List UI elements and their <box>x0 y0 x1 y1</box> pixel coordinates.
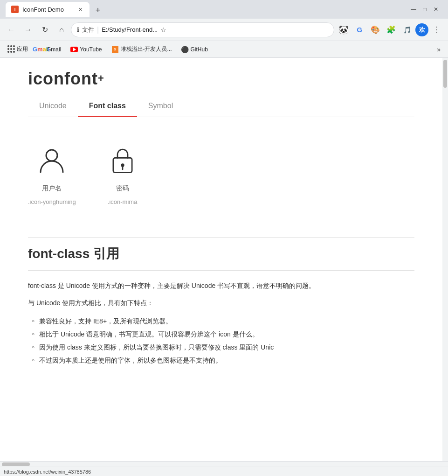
back-button[interactable]: ← <box>4 22 19 37</box>
scroll-thumb[interactable] <box>443 60 447 88</box>
apps-grid-icon <box>7 46 15 53</box>
tab-close-button[interactable]: ✕ <box>76 6 84 13</box>
bookmark-gmail-label: Gmail <box>47 46 61 53</box>
tab-symbol[interactable]: Symbol <box>137 96 184 117</box>
extension-penguin-icon[interactable]: 🐼 <box>336 22 351 37</box>
google-translate-icon[interactable]: G <box>352 22 367 37</box>
icon-item-user: 用户名 .icon-yonghuming <box>28 141 76 205</box>
bookmark-youtube[interactable]: YouTube <box>67 44 105 55</box>
horizontal-scrollbar[interactable] <box>0 461 448 467</box>
maximize-button[interactable]: □ <box>421 6 428 13</box>
url-text: E:/Study/Front-end... <box>102 26 158 33</box>
bookmark-gmail[interactable]: Gmail Gmail <box>34 44 65 55</box>
tab-favicon: I <box>11 6 19 13</box>
brand-title: iconfont <box>28 69 98 88</box>
section-description: font-class 是 Unicode 使用方式的一种变种，主要是解决 Uni… <box>28 280 414 292</box>
active-tab[interactable]: I IconFont Demo ✕ <box>6 2 90 17</box>
bookmark-apps-label: 应用 <box>17 45 28 53</box>
status-bar: https://blog.csdn.net/weixin_43785786 <box>0 467 448 476</box>
url-divider: | <box>97 26 99 34</box>
close-button[interactable]: ✕ <box>432 6 440 13</box>
bookmarks-more-button[interactable]: » <box>433 44 444 55</box>
bookmark-stackoverflow-label: 堆栈溢出-开发人员... <box>121 45 172 53</box>
bookmark-star-icon[interactable]: ☆ <box>160 26 166 34</box>
icon-item-lock: 密码 .icon-mima <box>104 141 141 205</box>
bookmark-apps[interactable]: 应用 <box>4 43 32 55</box>
bookmark-github-label: GitHub <box>191 46 208 53</box>
media-icon[interactable]: 🎵 <box>400 22 414 37</box>
lock-icon: ℹ <box>77 26 79 33</box>
list-item: 不过因为本质上还是使用的字体，所以多色图标还是不支持的。 <box>32 354 414 367</box>
forward-button[interactable]: → <box>21 22 35 37</box>
bookmark-github[interactable]: ⚫ GitHub <box>178 44 212 55</box>
lock-icon-class: .icon-mima <box>108 198 138 205</box>
chrome-menu-button[interactable]: ⋮ <box>429 22 444 37</box>
google-color-icon[interactable]: 🎨 <box>368 22 383 37</box>
list-item: 因为使用 class 来定义图标，所以当要替换图标时，只需要修改 class 里… <box>32 341 414 354</box>
extensions-puzzle-icon[interactable]: 🧩 <box>384 22 399 37</box>
user-icon <box>33 141 70 179</box>
iconfont-header: iconfont+ <box>28 58 414 96</box>
file-protocol-label: 文件 <box>82 26 94 34</box>
status-url: https://blog.csdn.net/weixin_43785786 <box>4 469 91 475</box>
address-input[interactable]: ℹ 文件 | E:/Study/Front-end... ☆ <box>71 22 334 37</box>
bookmark-youtube-label: YouTube <box>80 46 102 53</box>
lock-icon-label-cn: 密码 <box>116 184 129 193</box>
demo-tabs: Unicode Font class Symbol <box>28 96 414 117</box>
horizontal-scroll-thumb[interactable] <box>2 462 30 466</box>
new-tab-button[interactable]: + <box>91 4 104 17</box>
reload-button[interactable]: ↻ <box>37 22 52 37</box>
section-title: font-class 引用 <box>28 237 414 263</box>
vertical-scrollbar[interactable] <box>442 58 448 461</box>
user-icon-class: .icon-yonghuming <box>28 198 76 205</box>
tab-title: IconFont Demo <box>22 6 73 13</box>
lock-icon <box>104 141 141 179</box>
svg-point-0 <box>46 150 57 161</box>
stackoverflow-icon: S <box>111 46 119 53</box>
page-content: iconfont+ Unicode Font class Symbol <box>0 58 442 461</box>
icon-demo-area: 用户名 .icon-yonghuming 密码 .icon-mima <box>28 132 414 215</box>
minimize-button[interactable]: — <box>410 6 417 13</box>
bookmark-stackoverflow[interactable]: S 堆栈溢出-开发人员... <box>108 43 176 55</box>
tab-fontclass[interactable]: Font class <box>78 96 137 117</box>
list-item: 相比于 Unicode 语意明确，书写更直观。可以很容易分辨这个 icon 是什… <box>32 328 414 341</box>
home-button[interactable]: ⌂ <box>54 22 69 37</box>
feature-list: 兼容性良好，支持 IE8+，及所有现代浏览器。 相比于 Unicode 语意明确… <box>32 315 414 367</box>
list-item: 兼容性良好，支持 IE8+，及所有现代浏览器。 <box>32 315 414 328</box>
profile-avatar[interactable]: 欢 <box>415 23 428 36</box>
section-compare: 与 Unicode 使用方式相比，具有如下特点： <box>28 297 414 309</box>
gmail-icon: Gmail <box>37 46 45 53</box>
github-icon: ⚫ <box>181 46 189 53</box>
youtube-icon <box>70 46 78 53</box>
user-icon-label-cn: 用户名 <box>42 184 62 193</box>
brand-plus: + <box>98 72 104 84</box>
tab-unicode[interactable]: Unicode <box>28 96 78 117</box>
